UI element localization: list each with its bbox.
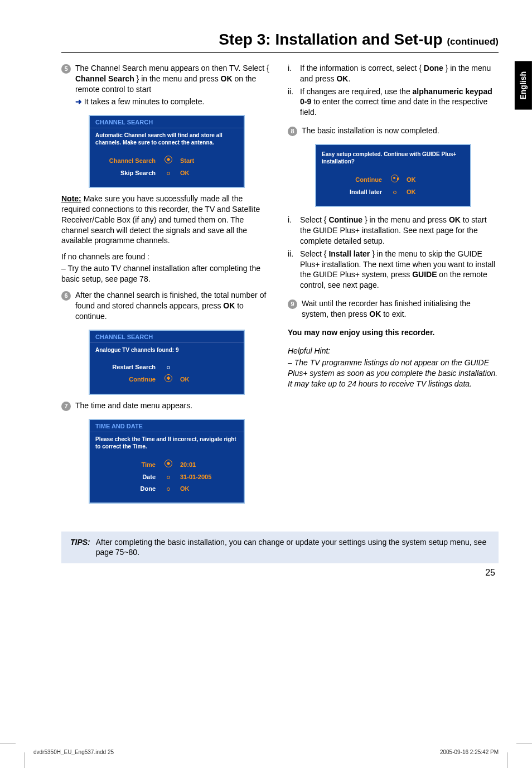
right-column: i. If the information is correct, select… [288,63,499,509]
text: . [348,74,350,83]
value: 31-01-2005 [175,473,211,481]
text: } in the menu and press [134,74,221,83]
crop-mark [507,752,507,768]
text: The Channel Search menu appears on then … [75,64,269,73]
bold: Done [424,64,443,73]
dot-icon [162,169,175,177]
italic: – The TV programme listings do not appea… [288,358,497,388]
bold: OK [449,215,461,224]
row-done: Done OK [95,483,238,495]
step-8-body: The basic installation is now completed. [302,125,497,136]
step-7: 7 The time and date menu appears. [61,400,272,411]
box-header: TIME AND DATE [90,420,244,432]
label: Skip Search [95,169,162,177]
box-subtext: Automatic Channel search will find and s… [90,128,244,152]
roman: ii. [288,249,300,291]
step-5: 5 The Channel Search menu appears on the… [61,63,272,108]
label: Done [95,485,162,493]
item-ii: ii. If changes are required, use the alp… [288,86,499,118]
title-main: Step 3: Installation and Set-up [219,31,447,48]
sun-icon [162,374,175,384]
sun-icon [162,156,175,166]
tips-label: TIPS: [70,537,90,558]
roman: i. [288,63,300,84]
item-i2: i. Select { Continue } in the menu and p… [288,215,499,247]
label: Time [95,461,162,469]
dot-icon [162,485,175,493]
box-header: CHANNEL SEARCH [90,331,244,343]
item-i: i. If the information is correct, select… [288,63,499,84]
enjoy-text: You may now enjoy using this recorder. [288,327,499,338]
hint-label: Helpful Hint: [288,346,499,356]
value: OK [175,375,190,384]
dot-icon [162,473,175,481]
bold: OK [221,74,233,83]
row-channel-search: Channel Search Start [95,154,238,167]
roman: i. [288,215,300,247]
step-number-5: 5 [61,64,71,74]
roman: ii. [288,86,300,118]
nav-icon [389,175,401,185]
note-label: Note: [61,194,81,203]
note-paragraph: Note: Make sure you have successfully ma… [61,194,272,246]
step-number-8: 8 [288,127,297,136]
dot-icon [389,188,401,196]
label: Install later [322,188,389,196]
row-install-later: Install later OK [322,186,465,198]
footer-right: 2005-09-16 2:25:42 PM [440,748,499,756]
no-channels-1: If no channels are found : [61,252,272,262]
step-8: 8 The basic installation is now complete… [288,125,499,136]
sun-icon [162,460,175,470]
box-subtext: Analogue TV channels found: 9 [90,343,244,359]
tips-body: After completing the basic installation,… [96,537,490,558]
footer-left: dvdr5350H_EU_Eng537.indd 25 [33,748,114,756]
page-content: Step 3: Installation and Set-up (continu… [0,0,532,579]
label: Continue [95,375,162,384]
channel-search-box-2: CHANNEL SEARCH Analogue TV channels foun… [89,330,245,395]
roman-list-mid: i. Select { Continue } in the menu and p… [288,215,499,291]
bold: Continue [328,215,362,224]
step-number-9: 9 [288,300,297,309]
crop-mark [516,743,532,743]
italic: Helpful Hint: [288,346,330,355]
page-number: 25 [61,567,499,579]
value: OK [175,169,190,177]
step-6-body: After the channel search is finished, th… [75,290,270,322]
label: Continue [322,176,389,184]
label: Date [95,473,162,481]
text: It takes a few minutes to complete. [82,97,204,106]
channel-search-box-1: CHANNEL SEARCH Automatic Channel search … [89,115,245,188]
text: to exit. [381,310,406,318]
box-subtext: Easy setup completed. Continue with GUID… [316,145,470,171]
crop-mark [0,743,16,743]
value: OK [401,176,416,184]
text: If the information is correct, select { [300,64,424,73]
roman-list-top: i. If the information is correct, select… [288,63,499,118]
step-6: 6 After the channel search is finished, … [61,290,272,322]
box-header: CHANNEL SEARCH [90,116,244,128]
bold: OK [369,310,381,318]
time-date-box: TIME AND DATE Please check the Time and … [89,419,245,503]
page-title: Step 3: Installation and Set-up (continu… [61,29,499,53]
bold: You may now enjoy using this recorder. [288,328,434,337]
text: Make sure you have successfully made all… [61,194,260,245]
bold: GUIDE [412,270,437,279]
step-number-6: 6 [61,291,71,301]
text: to enter the correct time and date in th… [300,97,487,117]
no-channels-2: – Try the auto TV channel installation a… [61,263,272,284]
arrow-icon: ➜ [75,97,82,106]
value: OK [175,485,190,493]
row-skip-search: Skip Search OK [95,167,238,179]
bold: OK [336,74,348,83]
guide-plus-box: Easy setup completed. Continue with GUID… [315,144,471,207]
row-date: Date 31-01-2005 [95,471,238,483]
bold: Install later [328,249,370,258]
label: Restart Search [95,363,162,371]
step-5-body: The Channel Search menu appears on then … [75,63,270,108]
text: } in the menu and press [362,215,449,224]
step-9-body: Wait until the recorder has finished ini… [302,298,497,320]
text: Select { [300,215,328,224]
dot-icon [162,363,175,371]
row-continue: Continue OK [322,173,465,186]
bold: Channel Search [75,74,134,83]
